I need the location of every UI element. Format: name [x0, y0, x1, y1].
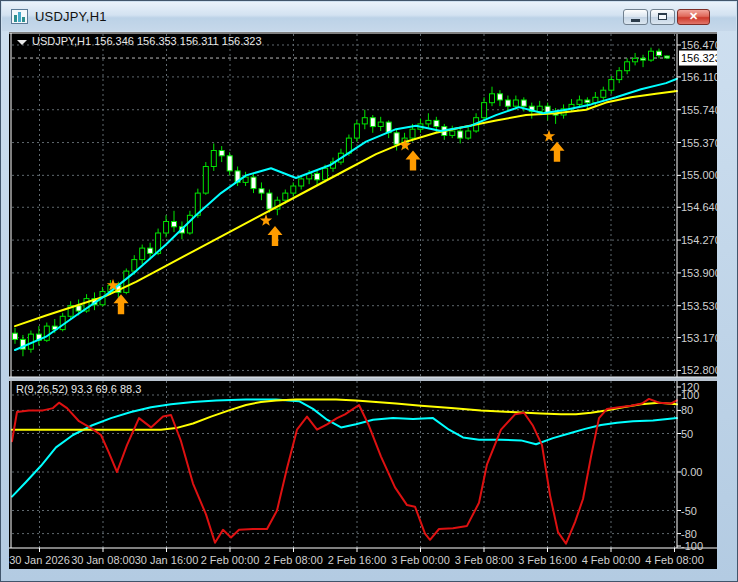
candle-body: [585, 100, 590, 103]
candle-body: [76, 306, 81, 311]
window-title: USDJPY,H1: [35, 9, 107, 24]
candle-body: [450, 131, 455, 135]
oscillator-axis-label: -100: [681, 540, 703, 552]
candle-body: [362, 118, 367, 124]
price-axis-label: 154.640: [681, 201, 717, 213]
window-titlebar[interactable]: USDJPY,H1 ✕: [2, 2, 736, 31]
candle-body: [521, 100, 526, 106]
candle-body: [13, 333, 18, 339]
candle-body: [140, 248, 145, 260]
candle-body: [283, 193, 288, 200]
chart-app-icon: [11, 9, 28, 24]
candle-body: [577, 100, 582, 104]
candle-body: [164, 222, 169, 234]
time-axis-label: 2 Feb 08:00: [264, 554, 323, 566]
candle-body: [505, 100, 510, 106]
candle-body: [132, 260, 137, 272]
price-axis-label: 153.530: [681, 300, 717, 312]
candle-body: [259, 189, 264, 193]
price-axis-label: 153.900: [681, 267, 717, 279]
mt4-chart-window: USDJPY,H1 ✕ 156.470156.110155.740155.370…: [0, 0, 738, 582]
candle-body: [664, 56, 669, 58]
candle-body: [497, 94, 502, 100]
candle-body: [227, 156, 232, 171]
window-controls: ✕: [623, 9, 710, 25]
current-price-label: 156.323: [681, 52, 717, 64]
price-axis-label: 154.270: [681, 234, 717, 246]
price-axis-label: 156.470: [681, 39, 717, 51]
oscillator-axis-label: -50: [681, 505, 697, 517]
candle-body: [354, 124, 359, 138]
oscillator-axis-label: 100: [681, 389, 699, 401]
candle-body: [434, 120, 439, 126]
price-axis-label: 155.370: [681, 137, 717, 149]
oscillator-axis-label: 80: [681, 404, 693, 416]
time-axis-label: 4 Feb 00:00: [582, 554, 641, 566]
candle-body: [513, 100, 518, 106]
candle-body: [537, 106, 542, 111]
candle-body: [203, 167, 208, 194]
minimize-icon: [631, 19, 640, 22]
maximize-button[interactable]: [650, 9, 675, 25]
price-axis-label: 152.800: [681, 364, 717, 376]
chart-canvas[interactable]: 156.470156.110155.740155.370155.000154.6…: [9, 32, 717, 569]
candle-body: [601, 90, 606, 97]
candle-body: [299, 179, 304, 186]
candle-body: [370, 118, 375, 127]
oscillator-axis-label: 0.00: [681, 466, 702, 478]
time-axis-label: 2 Feb 16:00: [328, 554, 387, 566]
candle-body: [267, 193, 272, 209]
candle-body: [211, 151, 216, 167]
oscillator-legend: R(9,26,52) 93.3 69.6 88.3: [16, 383, 141, 395]
candle-body: [490, 94, 495, 103]
price-axis-label: 155.740: [681, 104, 717, 116]
candle-body: [148, 248, 153, 253]
candle-body: [458, 131, 463, 138]
candle-body: [609, 80, 614, 91]
candle-body: [124, 271, 129, 292]
time-axis-label: 30 Jan 2026: [9, 554, 70, 566]
time-axis-label: 2 Feb 00:00: [201, 554, 260, 566]
maximize-icon: [658, 13, 667, 20]
time-axis-label: 30 Jan 08:00: [71, 554, 135, 566]
candle-body: [394, 133, 399, 145]
close-icon: ✕: [689, 11, 698, 22]
candle-body: [657, 51, 662, 55]
candle-body: [426, 120, 431, 124]
candle-body: [649, 51, 654, 60]
candle-body: [315, 174, 320, 180]
candle-body: [466, 131, 471, 138]
candle-body: [251, 177, 256, 189]
candle-body: [410, 129, 415, 138]
chart-ohlc-legend: USDJPY,H1 156.346 156.353 156.311 156.32…: [32, 35, 262, 47]
candle-body: [633, 58, 638, 62]
price-axis-label: 156.110: [681, 71, 717, 83]
candle-body: [172, 222, 177, 227]
chart-client-area[interactable]: 156.470156.110155.740155.370155.000154.6…: [9, 32, 717, 569]
time-axis-label: 3 Feb 00:00: [391, 554, 450, 566]
candle-body: [291, 186, 296, 193]
candle-body: [482, 103, 487, 118]
oscillator-axis-label: 50: [681, 428, 693, 440]
candle-body: [641, 58, 646, 60]
time-axis-label: 3 Feb 16:00: [518, 554, 577, 566]
panel-splitter[interactable]: [9, 377, 717, 381]
candle-body: [625, 62, 630, 71]
candle-body: [323, 168, 328, 180]
close-button[interactable]: ✕: [677, 9, 710, 25]
time-axis-label: 4 Feb 08:00: [645, 554, 704, 566]
time-axis-label: 3 Feb 08:00: [455, 554, 514, 566]
candle-body: [617, 71, 622, 80]
candle-body: [219, 151, 224, 156]
price-axis-label: 153.170: [681, 332, 717, 344]
price-axis-label: 155.000: [681, 169, 717, 181]
minimize-button[interactable]: [623, 9, 648, 25]
oscillator-axis-label: -80: [681, 528, 697, 540]
time-axis-label: 30 Jan 16:00: [135, 554, 199, 566]
candle-body: [378, 122, 383, 126]
